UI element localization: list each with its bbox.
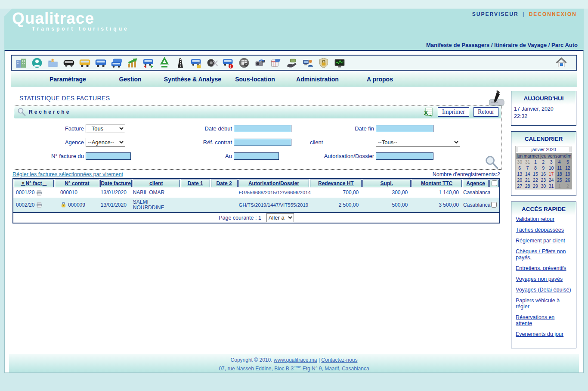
quick-access-link[interactable]: Validation retour xyxy=(516,216,572,222)
menu-item-synth-se-analyse[interactable]: Synthèse & Analyse xyxy=(161,76,224,83)
column-header-date1[interactable]: Date 1 xyxy=(181,180,210,187)
calendar-day[interactable]: 6 xyxy=(516,165,523,171)
camera-equipment-icon[interactable] xyxy=(254,57,266,69)
calendar-day[interactable]: 8 xyxy=(532,165,539,171)
edit-pen-icon[interactable] xyxy=(487,90,505,107)
bus-blue-icon[interactable] xyxy=(95,57,107,69)
monitor-activity-icon[interactable] xyxy=(334,57,346,69)
client-account-icon[interactable] xyxy=(31,57,43,69)
column-header-montant[interactable]: Montant TTC xyxy=(412,180,462,187)
calendar-day[interactable]: 31 xyxy=(547,183,555,189)
calendar-day[interactable]: 2 xyxy=(564,183,572,189)
quick-access-link[interactable]: Chèques / Effets non payés. xyxy=(516,248,572,261)
tire-maintenance-icon[interactable] xyxy=(206,57,218,69)
calendar-day[interactable]: 22 xyxy=(532,177,539,183)
quick-access-link[interactable]: Papiers véhicule à régler xyxy=(516,298,572,310)
stats-chart-icon[interactable] xyxy=(127,57,139,69)
calendar-day[interactable]: 18 xyxy=(555,171,564,177)
calendar-day[interactable]: 28 xyxy=(523,183,531,189)
calendar-day[interactable]: 2 xyxy=(539,159,547,165)
quick-access-link[interactable]: Voyages (Delai épuisé) xyxy=(516,287,572,293)
calendar-day[interactable]: 23 xyxy=(539,177,547,183)
calendar-day[interactable]: 11 xyxy=(555,165,564,171)
back-button[interactable]: Retour xyxy=(473,107,498,117)
date-fin-input[interactable] xyxy=(376,125,433,132)
minibus-icon[interactable] xyxy=(63,57,75,69)
planning-clock-icon[interactable] xyxy=(238,57,250,69)
date-debut-input[interactable] xyxy=(234,125,291,132)
column-header-num_contrat[interactable]: N° contrat xyxy=(55,180,99,187)
search-submit-icon[interactable] xyxy=(484,155,499,171)
column-header-supl[interactable]: Supl. xyxy=(362,180,411,187)
calendar-day[interactable]: 10 xyxy=(547,165,555,171)
calendar-day[interactable]: 21 xyxy=(523,177,531,183)
client-folder-icon[interactable] xyxy=(47,57,59,69)
client-select[interactable]: --Tous-- xyxy=(376,138,460,147)
calendar-day[interactable]: 29 xyxy=(532,183,539,189)
calendar-day[interactable]: 17 xyxy=(547,171,555,177)
home-icon[interactable] xyxy=(555,57,568,69)
user-link[interactable]: SUPERVISEUR xyxy=(472,11,519,17)
menu-item-gestion[interactable]: Gestion xyxy=(99,76,161,83)
calendar-day[interactable]: 27 xyxy=(516,183,523,189)
site-link[interactable]: www.qualitrace.ma xyxy=(274,357,317,363)
calendar-day[interactable]: 19 xyxy=(564,171,572,177)
menu-item-sous-location[interactable]: Sous-location xyxy=(224,76,286,83)
bus-yellow-icon[interactable] xyxy=(79,57,91,69)
calendar-day[interactable]: 31 xyxy=(523,159,531,165)
calendar-events-icon[interactable] xyxy=(270,57,282,69)
column-header-date_facture[interactable]: Date facture xyxy=(100,180,132,187)
calendar-day[interactable]: 3 xyxy=(547,159,555,165)
calendar-day[interactable]: 30 xyxy=(516,159,523,165)
printer-icon[interactable] xyxy=(36,189,43,196)
goto-page-select[interactable]: Aller à xyxy=(266,213,294,222)
calendar-day[interactable]: 13 xyxy=(516,171,523,177)
quick-access-link[interactable]: Voyages non payés xyxy=(516,276,572,282)
calendar-day[interactable]: 1 xyxy=(555,183,564,189)
road-icon[interactable] xyxy=(174,57,186,69)
quick-access-link[interactable]: Evenements du jour xyxy=(516,331,572,337)
company-buildings-icon[interactable] xyxy=(15,57,27,69)
menu-item-administration[interactable]: Administration xyxy=(286,76,349,83)
menu-item-a-propos[interactable]: A propos xyxy=(349,76,411,83)
quick-access-link[interactable]: Tâches déppassées xyxy=(516,227,572,233)
calendar-next-button[interactable] xyxy=(569,147,572,152)
bus-alert-icon[interactable] xyxy=(222,57,234,69)
column-header-agence[interactable]: Agence xyxy=(463,180,489,187)
row-checkbox[interactable] xyxy=(491,202,497,208)
select-all-checkbox[interactable] xyxy=(492,180,497,186)
quick-access-link[interactable]: Réglement par client xyxy=(516,238,572,244)
calendar-day[interactable]: 9 xyxy=(539,165,547,171)
calendar-day[interactable]: 12 xyxy=(564,165,572,171)
agence-select[interactable]: --Agence-- xyxy=(86,138,125,147)
column-header-redevance[interactable]: Redevance HT xyxy=(310,180,362,187)
pay-selected-link[interactable]: Régler les factures sélectionnées par vi… xyxy=(12,171,123,177)
select-all-checkbox-header[interactable] xyxy=(489,180,499,187)
security-shield-icon[interactable] xyxy=(318,57,330,69)
calendar-day[interactable]: 24 xyxy=(547,177,555,183)
calendar-day[interactable]: 15 xyxy=(532,171,539,177)
calendar-day[interactable]: 25 xyxy=(555,177,564,183)
bus-payment-icon[interactable] xyxy=(142,57,155,69)
column-header-date2[interactable]: Date 2 xyxy=(211,180,238,187)
printer-icon[interactable] xyxy=(36,202,43,208)
quick-access-link[interactable]: Réservations en attente xyxy=(516,314,572,326)
num-facture-input[interactable] xyxy=(86,152,131,160)
column-header-autorisation[interactable]: Autorisation/Dossier xyxy=(238,180,309,187)
column-header-client[interactable]: client xyxy=(133,180,180,187)
au-input[interactable] xyxy=(234,152,279,160)
calendar-day[interactable]: 5 xyxy=(564,159,572,165)
bus-fleet-icon[interactable] xyxy=(111,57,123,69)
user-workstation-icon[interactable] xyxy=(302,57,314,69)
calendar-day[interactable]: 4 xyxy=(555,159,564,165)
ref-contrat-input[interactable] xyxy=(234,139,291,146)
calendar-day[interactable]: 14 xyxy=(523,171,531,177)
logout-link[interactable]: DECONNEXION xyxy=(529,11,577,17)
calendar-day[interactable]: 7 xyxy=(523,165,531,171)
lock-icon[interactable] xyxy=(60,202,67,208)
excel-export-icon[interactable]: X xyxy=(423,107,433,117)
contact-link[interactable]: Contactez-nous xyxy=(321,357,357,363)
calendar-day[interactable]: 20 xyxy=(516,177,523,183)
menu-item-param-trage[interactable]: Paramétrage xyxy=(37,76,99,83)
vehicle-recycle-icon[interactable] xyxy=(158,57,170,69)
